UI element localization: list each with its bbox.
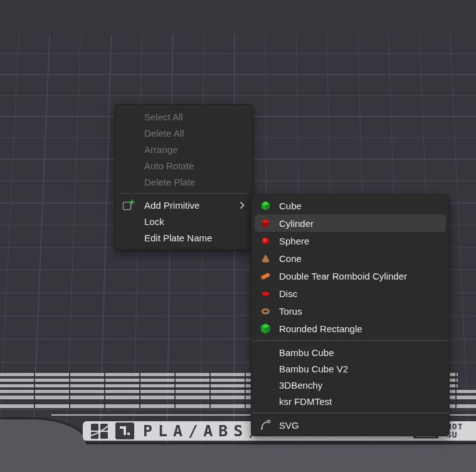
menu-item-label: Delete All: [144, 128, 184, 139]
menu-item-label: Bambu Cube V2: [279, 364, 348, 374]
plate-texture-icon: [90, 423, 109, 442]
sphere-icon: [260, 235, 271, 246]
torus-icon: [260, 305, 271, 317]
cube-icon: [260, 200, 271, 211]
menu-item-add-primitive[interactable]: Add Primitive: [115, 197, 252, 213]
chevron-right-icon: [240, 201, 245, 209]
menu-item-auto-rotate: Auto Rotate: [115, 157, 252, 174]
menu-separator: [251, 412, 449, 413]
plate-number-icon: [115, 422, 134, 442]
plate-context-menu: Select AllDelete AllArrangeAuto RotateDe…: [115, 104, 253, 250]
menu-item-label: 3DBenchy: [279, 380, 322, 391]
menu-item-select-all: Select All: [115, 108, 252, 125]
menu-item-cone[interactable]: Cone: [251, 249, 449, 267]
menu-item-label: Disc: [279, 288, 297, 299]
menu-item-delete-all: Delete All: [115, 125, 252, 141]
menu-item-label: Cylinder: [279, 218, 314, 229]
menu-item-label: Auto Rotate: [144, 160, 194, 171]
menu-item-label: Select All: [144, 112, 183, 122]
menu-separator: [120, 193, 247, 194]
menu-item-3dbenchy[interactable]: 3DBenchy: [251, 377, 449, 393]
menu-item-label: Torus: [279, 306, 302, 317]
menu-item-torus[interactable]: Torus: [251, 302, 449, 320]
menu-item-label: Cube: [279, 201, 302, 211]
menu-item-label: SVG: [279, 420, 299, 431]
add-primitive-submenu: CubeCylinderSphereConeDouble Tear Romboi…: [251, 194, 450, 436]
menu-item-arrange: Arrange: [115, 141, 252, 157]
romboid-cylinder-icon: [260, 270, 271, 281]
menu-item-label: Double Tear Romboid Cylinder: [279, 271, 407, 281]
menu-item-label: Lock: [144, 216, 164, 227]
menu-item-cube[interactable]: Cube: [251, 197, 449, 214]
menu-item-label: Delete Plate: [144, 177, 196, 187]
menu-item-label: Sphere: [279, 236, 309, 246]
menu-item-disc[interactable]: Disc: [251, 285, 449, 302]
menu-item-label: Rounded Rectangle: [279, 323, 362, 334]
menu-item-edit-plate-name[interactable]: Edit Plate Name: [115, 229, 252, 246]
menu-item-svg[interactable]: SVG: [251, 416, 449, 434]
menu-separator: [251, 340, 449, 341]
menu-item-delete-plate: Delete Plate: [115, 174, 252, 190]
menu-item-ksr-fdmtest[interactable]: ksr FDMTest: [251, 393, 449, 409]
menu-item-rounded-rectangle[interactable]: Rounded Rectangle: [251, 320, 449, 337]
rounded-rectangle-icon: [260, 323, 271, 334]
menu-item-label: Bambu Cube: [279, 347, 334, 358]
menu-item-label: Edit Plate Name: [144, 233, 212, 243]
svg-curve-icon: [260, 419, 271, 431]
menu-item-double-tear-romboid-cylinder[interactable]: Double Tear Romboid Cylinder: [251, 267, 449, 285]
menu-item-bambu-cube-v2[interactable]: Bambu Cube V2: [251, 360, 449, 377]
cylinder-icon: [260, 218, 271, 229]
add-primitive-icon: [122, 199, 135, 211]
menu-item-label: Cone: [279, 253, 302, 264]
menu-item-label: Arrange: [144, 144, 177, 155]
menu-item-label: ksr FDMTest: [279, 396, 332, 407]
menu-item-lock[interactable]: Lock: [115, 213, 252, 229]
menu-item-label: Add Primitive: [144, 200, 199, 211]
cone-icon: [260, 253, 271, 264]
menu-item-bambu-cube[interactable]: Bambu Cube: [251, 344, 449, 360]
menu-item-cylinder[interactable]: Cylinder: [251, 214, 449, 232]
menu-item-sphere[interactable]: Sphere: [251, 232, 449, 249]
disc-icon: [260, 288, 271, 299]
